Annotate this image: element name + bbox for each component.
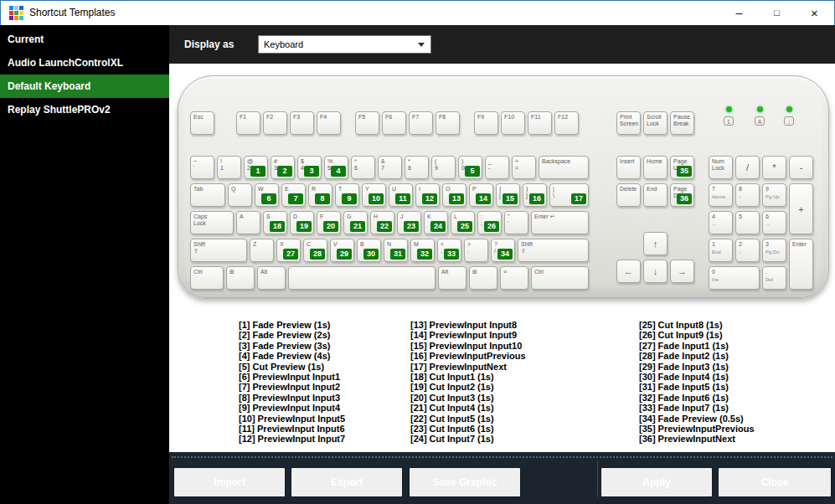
keyboard-key[interactable]: % 54 bbox=[324, 156, 348, 179]
apply-button[interactable]: Apply bbox=[600, 467, 713, 497]
keyboard-key[interactable]: ^ 6 bbox=[351, 156, 375, 179]
keyboard-key[interactable]: Scroll Lock bbox=[643, 111, 667, 135]
display-as-dropdown[interactable]: Keyboard bbox=[258, 35, 431, 54]
keyboard-key[interactable]: F3 bbox=[290, 111, 314, 135]
keyboard-key[interactable]: 1End bbox=[709, 239, 733, 262]
keyboard-key[interactable]: Q bbox=[228, 183, 252, 207]
keyboard-key[interactable]: F20 bbox=[317, 211, 341, 234]
keyboard-key[interactable]: Ctrl bbox=[531, 266, 589, 290]
keyboard-key[interactable]: Page Down36 bbox=[670, 183, 694, 207]
sidebar-item-replay-shuttleprov2[interactable]: Replay ShuttlePROv2 bbox=[0, 98, 169, 121]
keyboard-key[interactable]: Z bbox=[250, 239, 274, 262]
keyboard-key[interactable]: F9 bbox=[474, 111, 498, 135]
keyboard-key[interactable]: Enter bbox=[789, 239, 813, 290]
keyboard-key[interactable]: Insert bbox=[616, 156, 641, 179]
keyboard-key[interactable]: Alt bbox=[438, 266, 466, 290]
keyboard-key[interactable]: Caps Lock bbox=[190, 211, 234, 234]
keyboard-key[interactable]: D19 bbox=[290, 211, 314, 234]
keyboard-key[interactable]: ( 9 bbox=[431, 156, 456, 179]
keyboard-key[interactable]: F4 bbox=[317, 111, 341, 135]
keyboard-key[interactable]: 9Pg Up bbox=[762, 183, 786, 207]
keyboard-key[interactable]: B30 bbox=[357, 239, 381, 262]
keyboard-key[interactable]: O13 bbox=[442, 183, 466, 207]
keyboard-key[interactable]: Shift ⇧ bbox=[190, 239, 247, 262]
keyboard-key[interactable]: @ 21 bbox=[244, 156, 268, 179]
keyboard-key[interactable]: ⊞ bbox=[226, 266, 255, 290]
keyboard-key[interactable] bbox=[288, 266, 436, 290]
keyboard-key[interactable]: - bbox=[789, 156, 813, 179]
keyboard-key[interactable]: F1 bbox=[236, 111, 260, 135]
keyboard-key[interactable]: F11 bbox=[528, 111, 552, 135]
keyboard-key[interactable]: + bbox=[789, 183, 813, 234]
keyboard-key[interactable]: V29 bbox=[330, 239, 354, 262]
keyboard-key[interactable]: W6 bbox=[255, 183, 279, 207]
export-button[interactable]: Export bbox=[291, 467, 403, 497]
keyboard-key[interactable]: Print Screen bbox=[616, 111, 641, 135]
keyboard-key[interactable]: ) 05 bbox=[458, 156, 482, 179]
keyboard-key[interactable]: ↓ bbox=[643, 260, 667, 283]
keyboard-key[interactable]: F10 bbox=[501, 111, 525, 135]
keyboard-key[interactable]: & 7 bbox=[378, 156, 402, 179]
keyboard-key[interactable]: 5 bbox=[735, 211, 760, 234]
keyboard-key[interactable]: Backspace bbox=[539, 156, 589, 179]
keyboard-key[interactable]: 3Pg Dn bbox=[762, 239, 786, 262]
keyboard-key[interactable]: Pause Break bbox=[670, 111, 694, 135]
keyboard-key[interactable]: F12 bbox=[554, 111, 579, 135]
sidebar-item-audio-launchcontrolxl[interactable]: Audio LaunchControlXL bbox=[0, 51, 169, 75]
keyboard-key[interactable]: 8↑ bbox=[735, 183, 760, 207]
keyboard-key[interactable]: < ,33 bbox=[437, 239, 461, 262]
keyboard-key[interactable]: Page Up35 bbox=[670, 156, 694, 179]
keyboard-key[interactable]: I12 bbox=[415, 183, 440, 207]
keyboard-key[interactable]: A bbox=[236, 211, 260, 234]
keyboard-key[interactable]: M32 bbox=[410, 239, 435, 262]
keyboard-key[interactable]: ← bbox=[616, 260, 641, 283]
keyboard-key[interactable]: Alt bbox=[257, 266, 286, 290]
keyboard-key[interactable]: Home bbox=[643, 156, 667, 179]
keyboard-key[interactable]: Esc bbox=[190, 111, 214, 135]
keyboard-key[interactable]: 2↓ bbox=[735, 239, 760, 262]
keyboard-key[interactable]: F8 bbox=[436, 111, 460, 135]
keyboard-key[interactable]: ~ ` bbox=[190, 156, 214, 179]
keyboard-key[interactable]: _ - bbox=[485, 156, 509, 179]
minimize-button[interactable]: – bbox=[720, 1, 758, 25]
keyboard-key[interactable]: U11 bbox=[389, 183, 413, 207]
keyboard-key[interactable]: K24 bbox=[424, 211, 448, 234]
keyboard-key[interactable]: X27 bbox=[276, 239, 301, 262]
keyboard-key[interactable]: Ctrl bbox=[190, 266, 224, 290]
sidebar-item-default-keyboard[interactable]: Default Keyboard bbox=[0, 75, 169, 98]
maximize-button[interactable]: □ bbox=[758, 1, 796, 25]
keyboard-key[interactable]: # 32 bbox=[271, 156, 295, 179]
keyboard-key[interactable]: ! 1 bbox=[217, 156, 241, 179]
keyboard-key[interactable]: ≡ bbox=[500, 266, 528, 290]
keyboard-key[interactable]: " ' bbox=[504, 211, 528, 234]
keyboard-key[interactable]: ↑ bbox=[643, 232, 667, 255]
keyboard-key[interactable]: H22 bbox=[370, 211, 394, 234]
keyboard-key[interactable]: F7 bbox=[409, 111, 433, 135]
keyboard-key[interactable]: F2 bbox=[263, 111, 287, 135]
keyboard-key[interactable]: E7 bbox=[281, 183, 306, 207]
keyboard-key[interactable]: F6 bbox=[382, 111, 406, 135]
keyboard-key[interactable]: Shift ⇧ bbox=[518, 239, 589, 262]
keyboard-key[interactable]: 6→ bbox=[762, 211, 786, 234]
keyboard-key[interactable]: Enter ↵ bbox=[531, 211, 589, 234]
keyboard-key[interactable]: L25 bbox=[451, 211, 475, 234]
keyboard-key[interactable]: C28 bbox=[303, 239, 327, 262]
keyboard-key[interactable]: J23 bbox=[397, 211, 421, 234]
close-footer-button[interactable]: Close bbox=[718, 467, 832, 497]
keyboard-key[interactable]: 7Home bbox=[709, 183, 733, 207]
keyboard-key[interactable]: R8 bbox=[308, 183, 332, 207]
keyboard-key[interactable]: S18 bbox=[263, 211, 287, 234]
keyboard-key[interactable]: Num Lock bbox=[709, 156, 733, 179]
sidebar-item-current[interactable]: Current bbox=[0, 28, 169, 51]
keyboard-key[interactable]: Y10 bbox=[362, 183, 386, 207]
keyboard-key[interactable]: → bbox=[670, 260, 694, 283]
keyboard-key[interactable]: F5 bbox=[355, 111, 379, 135]
keyboard-key[interactable]: .Del bbox=[762, 266, 786, 290]
keyboard-key[interactable]: + = bbox=[512, 156, 536, 179]
keyboard-key[interactable]: } ]16 bbox=[523, 183, 547, 207]
keyboard-key[interactable]: Delete bbox=[616, 183, 641, 207]
save-graphic-button[interactable]: Save Graphic bbox=[409, 467, 521, 497]
keyboard-key[interactable]: T9 bbox=[335, 183, 359, 207]
keyboard-key[interactable]: End bbox=[643, 183, 667, 207]
keyboard-key[interactable]: > . bbox=[464, 239, 488, 262]
